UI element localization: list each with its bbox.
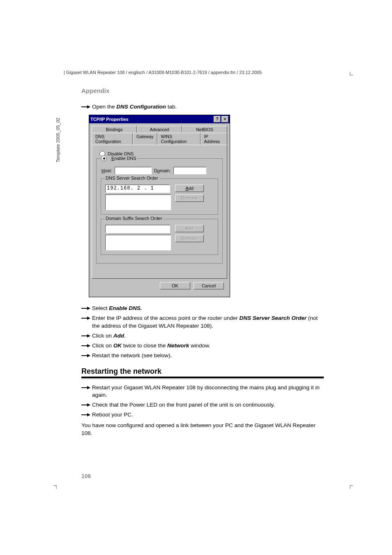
arrow-icon	[81, 403, 90, 407]
content-area: Appendix Open the DNS Configuration tab.…	[81, 87, 324, 441]
instruction-step: Reboot your PC.	[81, 411, 324, 419]
arrow-icon	[81, 344, 90, 348]
svg-marker-11	[87, 354, 90, 357]
tab-ip-address[interactable]: IP Address	[201, 133, 227, 145]
suffix-list[interactable]	[105, 235, 171, 250]
radio-icon	[101, 155, 107, 161]
arrow-icon	[81, 386, 90, 390]
instruction-step: Enter the IP address of the access point…	[81, 314, 324, 329]
tab-netbios[interactable]: NetBIOS	[182, 126, 227, 133]
tab-advanced[interactable]: Advanced	[137, 126, 182, 133]
radio-enable-dns[interactable]: Enable DNS	[100, 155, 138, 161]
crop-mark-icon	[347, 483, 353, 490]
step-text: Click on OK twice to close the Network w…	[92, 342, 324, 349]
domain-suffix-search-order-group: Domain Suffix Search Order Add Remove	[101, 219, 218, 255]
instruction-step: Restart the network (see below).	[81, 352, 324, 359]
host-label: Host:	[101, 168, 112, 173]
page: |Gigaset WLAN Repeater 108 / englisch / …	[0, 0, 392, 555]
close-button[interactable]: ×	[221, 116, 228, 123]
dialog-title: TCP/IP Properties	[90, 117, 213, 122]
step-text: Reboot your PC.	[92, 411, 324, 419]
svg-marker-1	[87, 105, 90, 109]
svg-marker-9	[87, 344, 90, 347]
radio-label: Enable DNS	[111, 156, 136, 161]
remove-button[interactable]: Remove	[175, 194, 204, 202]
svg-marker-3	[87, 307, 90, 310]
instruction-step: Check that the Power LED on the front pa…	[81, 401, 324, 409]
tab-row-front: DNS Configuration Gateway WINS Configura…	[92, 133, 227, 145]
crop-mark-icon	[53, 483, 59, 490]
svg-marker-15	[87, 403, 90, 407]
domain-input[interactable]	[173, 167, 206, 174]
group-legend: DNS Server Search Order	[104, 176, 159, 180]
ok-button[interactable]: OK	[160, 282, 190, 289]
arrow-icon	[81, 413, 90, 417]
dns-server-list[interactable]	[105, 194, 171, 210]
cancel-button[interactable]: Cancel	[194, 282, 224, 289]
tab-panel: Disable DNS Enable DNS Host: Domain:	[92, 145, 227, 279]
step-text: Restart your Gigaset WLAN Repeater 108 b…	[92, 384, 324, 399]
step-text: Restart the network (see below).	[92, 352, 324, 359]
heading-restarting-network: Restarting the network	[81, 367, 324, 376]
svg-marker-13	[87, 386, 90, 389]
closing-paragraph: You have now configured and opened a lin…	[81, 422, 324, 437]
template-label: Template 2005_05_02	[55, 118, 60, 162]
titlebar: TCP/IP Properties ? ×	[89, 115, 230, 123]
arrow-icon	[81, 334, 90, 338]
tcpip-properties-dialog: TCP/IP Properties ? × Bindings Advanced …	[89, 115, 230, 297]
arrow-icon	[81, 105, 90, 109]
instruction-step: Open the DNS Configuration tab.	[81, 103, 324, 111]
dialog-body: Bindings Advanced NetBIOS DNS Configurat…	[89, 123, 230, 297]
svg-marker-5	[87, 317, 90, 320]
dialog-button-row: OK Cancel	[92, 279, 227, 293]
add-button[interactable]: Add	[175, 225, 204, 232]
arrow-icon	[81, 316, 90, 320]
step-text: Select Enable DNS.	[92, 305, 324, 312]
remove-button[interactable]: Remove	[175, 235, 204, 242]
enable-dns-group: Enable DNS Host: Domain: DNS Server Sear…	[96, 158, 223, 264]
instruction-step: Select Enable DNS.	[81, 305, 324, 312]
tab-wins-configuration[interactable]: WINS Configuration	[157, 133, 201, 145]
dns-server-search-order-group: DNS Server Search Order 192.168. 2 . 1 A…	[101, 178, 218, 215]
svg-marker-7	[87, 334, 90, 338]
instruction-step: Restart your Gigaset WLAN Repeater 108 b…	[81, 384, 324, 399]
dns-ip-input[interactable]: 192.168. 2 . 1	[105, 185, 170, 193]
tab-bindings[interactable]: Bindings	[92, 126, 137, 133]
host-input[interactable]	[115, 167, 152, 174]
arrow-icon	[81, 306, 90, 310]
crop-mark-icon	[347, 72, 353, 79]
step-text: Open the DNS Configuration tab.	[92, 103, 324, 111]
section-heading: Appendix	[81, 87, 324, 94]
domain-label: Domain:	[154, 168, 171, 173]
instruction-step: Click on OK twice to close the Network w…	[81, 342, 324, 349]
tab-row-back: Bindings Advanced NetBIOS	[92, 126, 227, 133]
page-number: 106	[81, 473, 91, 479]
group-legend: Domain Suffix Search Order	[104, 216, 163, 221]
instruction-step: Click on Add.	[81, 332, 324, 340]
arrow-icon	[81, 354, 90, 358]
svg-marker-17	[87, 413, 90, 416]
add-button[interactable]: Add	[175, 185, 204, 192]
step-text: Click on Add.	[92, 332, 324, 340]
step-text: Check that the Power LED on the front pa…	[92, 401, 324, 409]
host-domain-row: Host: Domain:	[101, 167, 218, 174]
suffix-input[interactable]	[105, 225, 170, 233]
help-button[interactable]: ?	[214, 116, 221, 123]
step-text: Enter the IP address of the access point…	[92, 314, 324, 329]
tab-gateway[interactable]: Gateway	[133, 133, 157, 145]
header-path: |Gigaset WLAN Repeater 108 / englisch / …	[64, 70, 262, 75]
heading-rule	[81, 377, 324, 378]
tab-dns-configuration[interactable]: DNS Configuration	[92, 133, 133, 145]
heading-rule-thin	[81, 379, 324, 379]
